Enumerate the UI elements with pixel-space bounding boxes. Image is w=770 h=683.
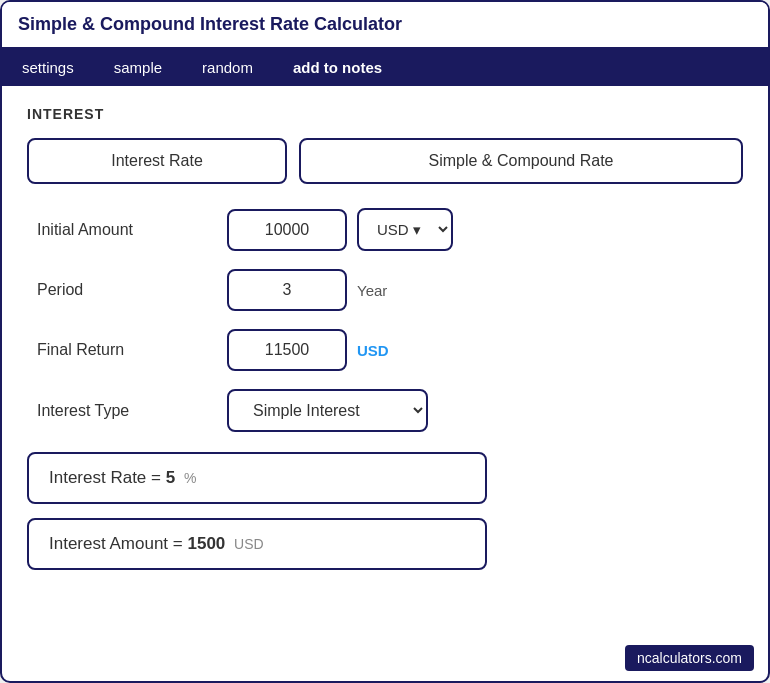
interest-type-select[interactable]: Simple Interest Compound Interest <box>227 389 428 432</box>
interest-rate-button[interactable]: Interest Rate <box>27 138 287 184</box>
tab-sample[interactable]: sample <box>94 49 182 86</box>
interest-rate-result-label: Interest Rate <box>49 468 146 487</box>
tab-bar: settings sample random add to notes <box>2 49 768 86</box>
final-return-input-group: USD <box>227 329 389 371</box>
final-return-input[interactable] <box>227 329 347 371</box>
period-label: Period <box>27 281 227 299</box>
calculator-title: Simple & Compound Interest Rate Calculat… <box>18 14 402 34</box>
period-input-group: Year <box>227 269 387 311</box>
interest-type-label: Interest Type <box>27 402 227 420</box>
interest-amount-result-row: Interest Amount = 1500 USD <box>27 518 743 570</box>
initial-amount-row: Initial Amount USD ▾ EUR GBP <box>27 208 743 251</box>
initial-amount-input[interactable] <box>227 209 347 251</box>
interest-amount-result-value: 1500 <box>187 534 225 553</box>
currency-select[interactable]: USD ▾ EUR GBP <box>357 208 453 251</box>
tab-settings[interactable]: settings <box>2 49 94 86</box>
interest-rate-result-unit: % <box>184 470 196 486</box>
period-unit: Year <box>357 282 387 299</box>
final-return-unit: USD <box>357 342 389 359</box>
interest-rate-result-box: Interest Rate = 5 % <box>27 452 487 504</box>
interest-type-row: Interest Type Simple Interest Compound I… <box>27 389 743 432</box>
branding: ncalculators.com <box>625 645 754 671</box>
section-label: INTEREST <box>27 106 743 122</box>
calculator-container: Simple & Compound Interest Rate Calculat… <box>0 0 770 683</box>
title-bar: Simple & Compound Interest Rate Calculat… <box>2 2 768 49</box>
tab-add-to-notes[interactable]: add to notes <box>273 49 402 86</box>
interest-amount-result-label: Interest Amount <box>49 534 168 553</box>
results-section: Interest Rate = 5 % Interest Amount = 15… <box>27 452 743 570</box>
interest-amount-result-box: Interest Amount = 1500 USD <box>27 518 487 570</box>
period-row: Period Year <box>27 269 743 311</box>
content-area: INTEREST Interest Rate Simple & Compound… <box>2 86 768 614</box>
interest-rate-result-value: 5 <box>166 468 175 487</box>
final-return-row: Final Return USD <box>27 329 743 371</box>
period-input[interactable] <box>227 269 347 311</box>
input-type-row: Interest Rate Simple & Compound Rate <box>27 138 743 184</box>
final-return-label: Final Return <box>27 341 227 359</box>
tab-random[interactable]: random <box>182 49 273 86</box>
interest-type-input-group: Simple Interest Compound Interest <box>227 389 428 432</box>
initial-amount-input-group: USD ▾ EUR GBP <box>227 208 453 251</box>
simple-compound-rate-button[interactable]: Simple & Compound Rate <box>299 138 743 184</box>
interest-rate-equals: = <box>151 468 166 487</box>
interest-rate-result-row: Interest Rate = 5 % <box>27 452 743 504</box>
interest-amount-equals: = <box>173 534 188 553</box>
initial-amount-label: Initial Amount <box>27 221 227 239</box>
interest-amount-result-unit: USD <box>234 536 264 552</box>
